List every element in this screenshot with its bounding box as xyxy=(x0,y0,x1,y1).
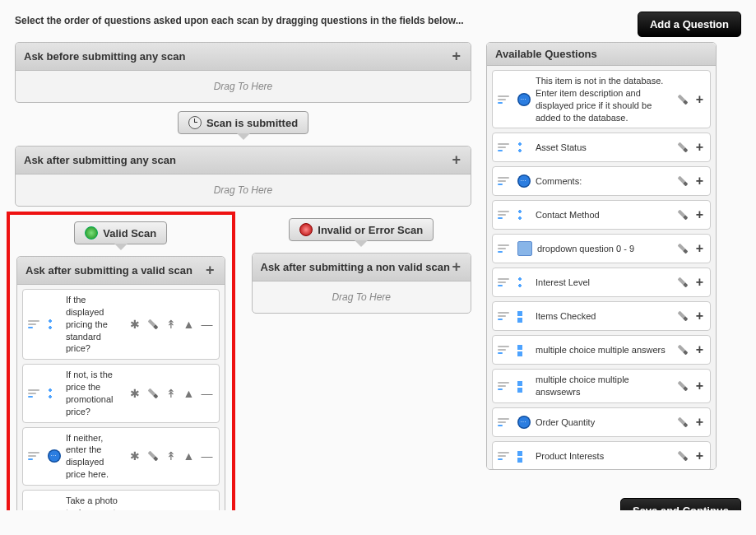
zone-after-invalid[interactable]: Ask after submitting a non valid scan + … xyxy=(252,253,472,314)
add-available-icon[interactable]: + xyxy=(694,449,705,463)
error-circle-icon xyxy=(299,223,313,236)
edit-icon[interactable] xyxy=(673,90,692,109)
drag-handle-icon[interactable] xyxy=(498,382,513,390)
add-available-icon[interactable]: + xyxy=(694,241,705,256)
drag-handle-icon[interactable] xyxy=(498,95,513,104)
available-question-item[interactable]: Order Quantity+ xyxy=(492,407,711,437)
available-question-item[interactable]: dropdown question 0 - 9+ xyxy=(492,234,711,263)
move-icon[interactable]: ↟ xyxy=(165,318,178,331)
available-question-label: dropdown question 0 - 9 xyxy=(537,243,671,255)
edit-icon[interactable] xyxy=(143,509,162,510)
edit-icon[interactable] xyxy=(673,413,692,432)
text-type-icon xyxy=(48,449,61,463)
add-available-icon[interactable]: + xyxy=(694,309,705,323)
check-type-icon xyxy=(517,449,531,463)
add-available-icon[interactable]: + xyxy=(694,415,705,430)
text-type-icon xyxy=(517,93,531,106)
add-question-button[interactable]: Add a Question xyxy=(638,12,741,37)
available-question-item[interactable]: Product Interests+ xyxy=(492,441,711,470)
zone-after-any-title: Ask after submitting any scan xyxy=(24,154,176,166)
edit-icon[interactable] xyxy=(673,377,692,396)
available-question-label: Comments: xyxy=(536,175,671,188)
remove-icon[interactable]: — xyxy=(201,449,214,463)
available-question-item[interactable]: Contact Method+ xyxy=(492,200,711,230)
edit-icon[interactable] xyxy=(673,206,692,225)
drag-handle-icon[interactable] xyxy=(498,177,513,185)
available-question-item[interactable]: multiple choice multiple answers+ xyxy=(492,335,711,365)
question-label: Take a photo to document the discrepancy… xyxy=(66,495,123,510)
required-icon[interactable]: ✱ xyxy=(128,387,141,400)
scan-submitted-label: Scan is submitted xyxy=(206,117,298,129)
add-to-after-any-icon[interactable]: + xyxy=(450,151,462,169)
invalid-scan-label: Invalid or Error Scan xyxy=(318,224,423,236)
drag-handle-icon[interactable] xyxy=(28,389,43,398)
add-available-icon[interactable]: + xyxy=(694,92,705,107)
edit-icon[interactable] xyxy=(143,447,162,466)
add-available-icon[interactable]: + xyxy=(694,275,705,290)
edit-icon[interactable] xyxy=(673,273,692,292)
add-available-icon[interactable]: + xyxy=(694,342,705,357)
drag-handle-icon[interactable] xyxy=(498,418,513,426)
radio-type-icon xyxy=(48,318,61,331)
drag-handle-icon[interactable] xyxy=(498,211,513,219)
collapse-icon[interactable]: ▲ xyxy=(183,318,196,331)
edit-icon[interactable] xyxy=(673,341,692,360)
available-question-item[interactable]: Comments:+ xyxy=(492,166,711,196)
add-to-after-valid-icon[interactable]: + xyxy=(204,262,216,279)
edit-icon[interactable] xyxy=(143,315,162,334)
available-question-item[interactable]: Interest Level+ xyxy=(492,268,711,297)
question-item[interactable]: Take a photo to document the discrepancy… xyxy=(22,490,220,510)
zone-after-valid[interactable]: Ask after submitting a valid scan + If t… xyxy=(16,256,225,510)
drag-handle-icon[interactable] xyxy=(498,143,513,151)
edit-icon[interactable] xyxy=(673,172,692,191)
check-type-icon xyxy=(517,309,531,323)
zone-after-any-placeholder[interactable]: Drag To Here xyxy=(16,174,471,206)
valid-scan-label: Valid Scan xyxy=(103,227,156,240)
available-question-item[interactable]: Items Checked+ xyxy=(492,301,711,331)
add-available-icon[interactable]: + xyxy=(694,207,705,222)
question-item[interactable]: If neither, enter the displayed price he… xyxy=(22,427,220,486)
zone-after-invalid-placeholder[interactable]: Drag To Here xyxy=(253,281,471,313)
collapse-icon[interactable]: ▲ xyxy=(183,449,196,463)
edit-icon[interactable] xyxy=(143,384,162,403)
remove-icon[interactable]: — xyxy=(201,318,214,331)
check-type-icon xyxy=(517,379,531,393)
drag-handle-icon[interactable] xyxy=(28,452,43,460)
drag-handle-icon[interactable] xyxy=(498,452,513,460)
edit-icon[interactable] xyxy=(673,240,692,258)
edit-icon[interactable] xyxy=(673,447,692,466)
radio-type-icon xyxy=(517,141,531,154)
question-item[interactable]: If not, is the price the promotional pri… xyxy=(22,364,220,422)
add-available-icon[interactable]: + xyxy=(694,140,705,155)
available-question-label: Interest Level xyxy=(536,277,671,289)
drag-handle-icon[interactable] xyxy=(28,320,43,328)
drag-handle-icon[interactable] xyxy=(498,278,513,286)
available-question-item[interactable]: This item is not in the database. Enter … xyxy=(492,70,711,128)
available-question-label: Order Quantity xyxy=(536,416,671,429)
check-circle-icon xyxy=(85,226,98,240)
add-available-icon[interactable]: + xyxy=(694,174,705,188)
save-continue-button[interactable]: Save and Continue xyxy=(620,498,741,510)
question-item[interactable]: If the displayed pricing the standard pr… xyxy=(22,289,220,360)
drag-handle-icon[interactable] xyxy=(498,346,513,354)
drag-handle-icon[interactable] xyxy=(498,312,513,320)
edit-icon[interactable] xyxy=(673,138,692,157)
move-icon[interactable]: ↟ xyxy=(165,387,178,400)
drag-handle-icon[interactable] xyxy=(498,244,513,253)
add-available-icon[interactable]: + xyxy=(694,379,705,393)
required-icon[interactable]: ✱ xyxy=(128,449,141,463)
available-question-item[interactable]: Asset Status+ xyxy=(492,133,711,162)
available-question-item[interactable]: multiple choice multiple answsewrs+ xyxy=(492,369,711,403)
move-icon[interactable]: ↟ xyxy=(165,449,178,463)
zone-before-placeholder[interactable]: Drag To Here xyxy=(16,71,471,102)
zone-before-scan[interactable]: Ask before submitting any scan + Drag To… xyxy=(15,42,471,103)
available-question-label: multiple choice multiple answsewrs xyxy=(536,374,671,398)
collapse-icon[interactable]: ▲ xyxy=(183,387,196,400)
remove-icon[interactable]: — xyxy=(201,387,214,400)
zone-after-any[interactable]: Ask after submitting any scan + Drag To … xyxy=(15,146,471,207)
edit-icon[interactable] xyxy=(673,307,692,326)
zone-before-title: Ask before submitting any scan xyxy=(24,50,186,63)
required-icon[interactable]: ✱ xyxy=(128,318,141,331)
add-to-before-icon[interactable]: + xyxy=(450,48,462,65)
add-to-after-invalid-icon[interactable]: + xyxy=(450,258,462,276)
